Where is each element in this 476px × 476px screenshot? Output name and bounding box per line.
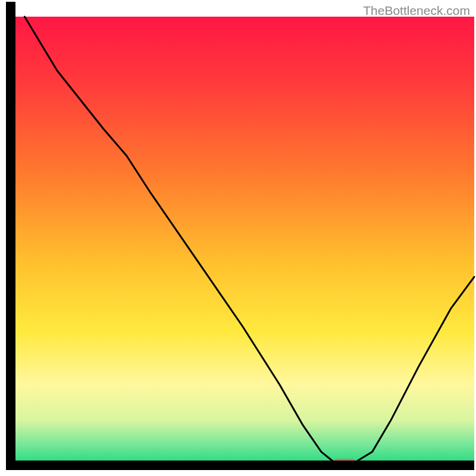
svg-rect-0 [11,17,474,465]
chart-container: TheBottleneck.com [0,0,476,476]
watermark-label: TheBottleneck.com [363,4,470,18]
bottleneck-chart [0,0,476,476]
plot-area [6,2,474,467]
